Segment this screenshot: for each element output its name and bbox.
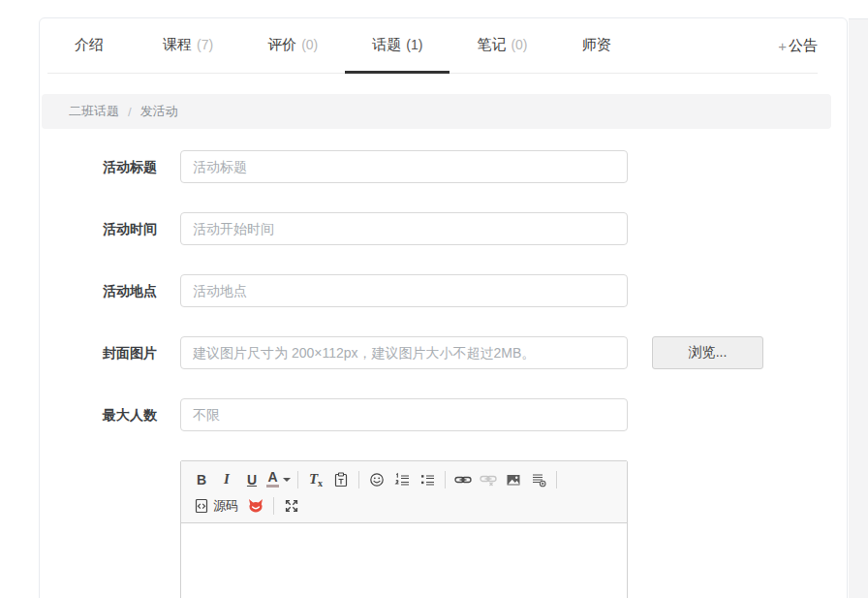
maximize-icon [284,498,299,514]
browse-button[interactable]: 浏览... [652,336,763,369]
tab-label: 课程 [163,36,192,54]
title-label: 活动标题 [103,150,180,183]
announcement-label: 公告 [789,37,818,55]
form-row-cover: 封面图片 浏览... [40,336,847,369]
tab-list: 介绍 课程 (7) 评价 (0) 话题 (1) 笔记 (0) 师资 [47,18,643,73]
add-announcement-button[interactable]: + 公告 [768,18,818,73]
page-background-gutter [849,18,868,598]
tab-bar: 介绍 课程 (7) 评价 (0) 话题 (1) 笔记 (0) 师资 [47,18,818,74]
bulleted-list-icon [419,472,435,488]
tab-notes[interactable]: 笔记 (0) [450,18,554,74]
breadcrumb-parent[interactable]: 二班话题 [69,103,119,120]
underline-icon: U [247,472,257,488]
cover-label: 封面图片 [103,336,180,369]
link-button[interactable] [450,468,476,491]
source-code-label: 源码 [213,497,238,515]
start-time-input[interactable] [180,212,628,245]
numbered-list-icon [394,472,410,488]
form-row-editor: B I U A Tx [40,460,847,598]
form-row-location: 活动地点 [40,274,847,307]
code-snippet-button[interactable] [526,468,551,491]
tab-label: 介绍 [75,36,104,54]
link-icon [454,472,472,488]
toolbar-divider [273,497,274,515]
tab-count: (7) [197,37,213,52]
form-row-title: 活动标题 [40,150,847,183]
paste-icon [333,472,349,488]
breadcrumb-separator: / [128,105,132,119]
remove-format-icon: T [309,471,318,488]
editor-toolbar: B I U A Tx [181,461,627,523]
tab-intro[interactable]: 介绍 [47,18,136,74]
max-people-input[interactable] [180,398,628,431]
paste-from-word-button[interactable] [328,468,354,491]
toolbar-divider [556,471,557,488]
code-snippet-icon [531,472,546,488]
numbered-list-button[interactable] [389,468,415,491]
text-color-button[interactable]: A [264,468,293,491]
bold-button[interactable]: B [189,468,214,491]
unlink-button[interactable] [476,468,501,491]
polyv-video-button[interactable] [243,494,268,518]
form-row-time: 活动时间 [40,212,847,245]
emoji-button[interactable] [364,468,389,491]
rich-text-editor: B I U A Tx [180,460,628,598]
max-people-label: 最大人数 [103,398,180,431]
toolbar-row-1: B I U A Tx [189,466,619,492]
unlink-icon [480,472,497,488]
location-input[interactable] [180,274,628,307]
toolbar-divider [297,471,298,488]
tab-label: 师资 [582,36,611,54]
tab-topics[interactable]: 话题 (1) [345,18,450,74]
time-label: 活动时间 [103,212,180,245]
tab-count: (0) [301,37,318,52]
tab-courses[interactable]: 课程 (7) [136,18,240,74]
text-color-icon: A [266,471,279,488]
breadcrumb: 二班话题 / 发活动 [42,94,831,129]
toolbar-row-2: 源码 [189,492,619,519]
toolbar-divider [445,471,446,488]
title-input[interactable] [180,150,628,183]
tab-label: 话题 [372,36,401,54]
tab-label: 评价 [267,36,296,54]
bulleted-list-button[interactable] [415,468,440,491]
bold-icon: B [197,472,206,488]
italic-icon: I [224,471,230,488]
activity-form: 活动标题 活动时间 活动地点 封面图片 浏览... 最大人数 [40,150,847,598]
plus-icon: + [778,38,787,54]
polyv-video-devil-icon [247,498,264,514]
course-detail-panel: 介绍 课程 (7) 评价 (0) 话题 (1) 笔记 (0) 师资 [39,17,848,598]
location-label: 活动地点 [103,274,180,307]
italic-button[interactable]: I [214,468,239,491]
breadcrumb-current: 发活动 [140,103,178,120]
image-button[interactable] [501,468,526,491]
toolbar-divider [358,471,359,488]
form-row-max-people: 最大人数 [40,398,847,431]
tab-teachers[interactable]: 师资 [555,18,643,74]
tab-label: 笔记 [477,36,506,54]
source-code-button[interactable]: 源码 [189,494,243,518]
emoji-icon [369,472,385,488]
chevron-down-icon [283,478,291,482]
editor-content-area[interactable] [181,523,627,598]
remove-format-button[interactable]: Tx [303,468,328,491]
maximize-button[interactable] [279,494,304,518]
tab-reviews[interactable]: 评价 (0) [240,18,345,74]
image-icon [506,472,521,488]
tab-count: (1) [406,37,422,52]
underline-button[interactable]: U [239,468,264,491]
source-code-icon [194,498,209,514]
cover-image-input[interactable] [180,336,628,369]
tab-count: (0) [511,37,527,52]
